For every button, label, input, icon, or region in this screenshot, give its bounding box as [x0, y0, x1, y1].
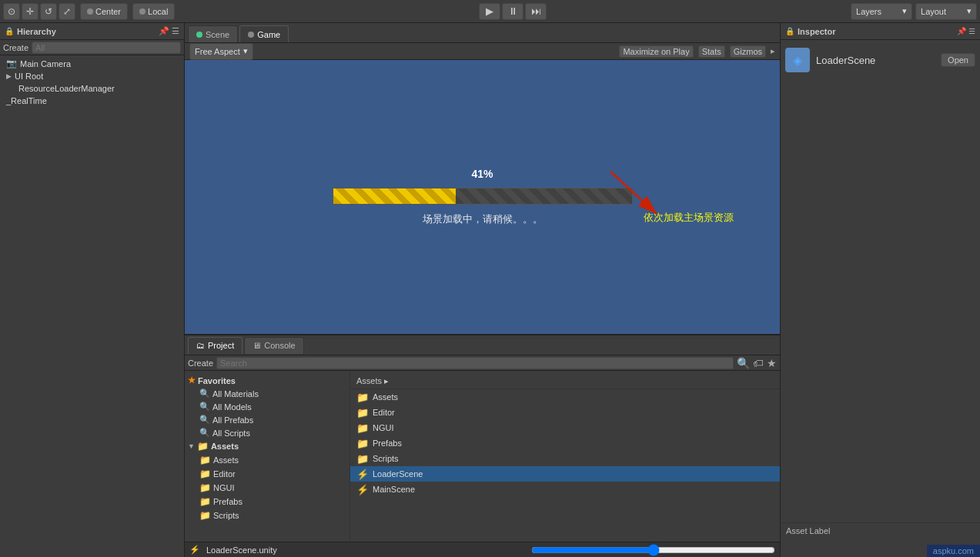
bottom-search-input[interactable] [216, 357, 734, 369]
pause-button[interactable]: ⏸ [502, 3, 523, 20]
zoom-slider[interactable] [531, 545, 775, 555]
hierarchy-item-resourceloader[interactable]: ResourceLoaderManager [0, 82, 184, 95]
progress-bar-fill [333, 188, 456, 204]
inspector-pin-icon[interactable]: 📌 [957, 27, 966, 35]
asset-item-editor[interactable]: 📁 Editor [350, 405, 780, 420]
game-tab-label: Game [257, 30, 280, 39]
all-scripts-label: All Scripts [212, 429, 250, 438]
scripts-folder-icon2: 📁 [356, 453, 369, 465]
maximize-btn[interactable]: Maximize on Play [619, 45, 693, 58]
bottom-create-btn[interactable]: Create [188, 359, 213, 368]
asset-item-mainscene[interactable]: ⚡ MainScene [350, 482, 780, 497]
mainscene-scene-icon: ⚡ [356, 484, 369, 495]
editor-label: Editor [213, 469, 236, 479]
layers-chevron-icon: ▾ [902, 6, 907, 16]
hierarchy-item-realtime[interactable]: _RealTime [0, 95, 184, 107]
free-aspect-label: Free Aspect [195, 47, 240, 56]
assets-tree-label: Assets [211, 442, 239, 451]
game-scene-toolbar: Free Aspect ▾ Maximize on Play Stats Giz… [185, 43, 780, 60]
hierarchy-menu-icon[interactable]: ☰ [172, 26, 179, 36]
favorites-header[interactable]: ★ Favorites [185, 374, 350, 387]
realtime-label: _RealTime [6, 96, 47, 105]
layers-dropdown[interactable]: Layers ▾ [851, 3, 912, 20]
tree-all-scripts[interactable]: 🔍 All Scripts [185, 426, 350, 439]
editor-folder-icon: 📁 [199, 469, 211, 479]
asset-ngui-label: NGUI [373, 423, 394, 432]
hand-tool-btn[interactable]: ✛ [22, 3, 38, 20]
tree-editor-folder[interactable]: 📁 Editor [185, 467, 350, 481]
all-models-label: All Models [212, 402, 252, 412]
move-tool-btn[interactable]: ↺ [40, 3, 57, 20]
layers-label: Layers [856, 7, 881, 16]
game-content: 41% 场景加载中，请稍候。。。 [333, 168, 633, 226]
tree-scripts-folder[interactable]: 📁 Scripts [185, 509, 350, 522]
scene-tab[interactable]: Scene [188, 25, 238, 42]
progress-percent: 41% [471, 168, 493, 180]
tree-prefabs-folder[interactable]: 📁 Prefabs [185, 495, 350, 509]
favorites-label: Favorites [198, 376, 236, 385]
unity-logo-btn[interactable]: ⊙ [3, 3, 20, 20]
game-tab[interactable]: Game [239, 25, 289, 42]
asset-item-assets[interactable]: 📁 Assets [350, 389, 780, 405]
console-tab-icon: 🖥 [253, 341, 261, 350]
layout-dropdown[interactable]: Layout ▾ [915, 3, 977, 20]
step-button[interactable]: ⏭ [525, 3, 547, 20]
tree-all-materials[interactable]: 🔍 All Materials [185, 387, 350, 400]
project-tab[interactable]: 🗂 Project [188, 337, 242, 354]
rotate-tool-btn[interactable]: ⤢ [59, 3, 75, 20]
inspector-header: 🔒 Inspector 📌 ☰ [781, 23, 980, 40]
asset-scripts-label: Scripts [373, 454, 399, 463]
inspector-scene-row: ◈ LoaderScene Open [785, 45, 975, 75]
bottom-icon-search: 🔍 [737, 357, 750, 369]
center-toggle[interactable]: Center [80, 3, 128, 20]
assets-tree-header[interactable]: ▼ 📁 Assets [185, 439, 350, 453]
open-scene-button[interactable]: Open [941, 53, 975, 67]
scene-game-tab-bar: Scene Game [185, 23, 780, 43]
prefabs-folder-icon: 📁 [199, 496, 211, 507]
local-toggle[interactable]: Local [132, 3, 175, 20]
free-aspect-dropdown[interactable]: Free Aspect ▾ [189, 43, 253, 60]
svg-line-1 [610, 172, 657, 214]
center-label: Center [95, 7, 121, 16]
console-tab[interactable]: 🖥 Console [244, 337, 303, 354]
scripts-folder-icon: 📁 [199, 510, 211, 521]
resourceloader-label: ResourceLoaderManager [18, 84, 115, 93]
hierarchy-create-btn[interactable]: Create [3, 43, 28, 52]
tree-assets-folder[interactable]: 📁 Assets [185, 453, 350, 467]
hierarchy-pin-icon[interactable]: 📌 [159, 26, 169, 36]
all-models-search-icon: 🔍 [199, 402, 210, 412]
hierarchy-panel: 🔒 Hierarchy 📌 ☰ Create 📷 Main Camera ▶ U… [0, 23, 185, 557]
play-button[interactable]: ▶ [479, 3, 500, 20]
tree-all-models[interactable]: 🔍 All Models [185, 400, 350, 413]
hierarchy-search-input[interactable] [32, 42, 181, 54]
all-scripts-search-icon: 🔍 [199, 428, 210, 438]
prefabs-folder-icon2: 📁 [356, 438, 369, 449]
play-controls: ▶ ⏸ ⏭ [479, 3, 547, 20]
scene-type-icon: ◈ [785, 48, 810, 72]
inspector-panel: 🔒 Inspector 📌 ☰ ◈ LoaderScene Open Asset… [780, 23, 980, 557]
inspector-menu-icon[interactable]: ☰ [968, 27, 975, 35]
asset-item-loaderscene[interactable]: ⚡ LoaderScene [350, 466, 780, 482]
hierarchy-item-uiroot[interactable]: ▶ UI Root [0, 70, 184, 82]
asset-item-prefabs[interactable]: 📁 Prefabs [350, 435, 780, 451]
asset-item-scripts[interactable]: 📁 Scripts [350, 451, 780, 466]
gizmos-btn[interactable]: Gizmos [730, 45, 766, 58]
maincamera-label: Main Camera [20, 59, 71, 68]
hierarchy-item-maincamera[interactable]: 📷 Main Camera [0, 57, 184, 70]
game-view: 41% 场景加载中，请稍候。。。 依次加载主场景资源 [185, 60, 780, 334]
favorites-star-icon: ★ [188, 375, 196, 385]
bottom-bar-icons: 🔍 🏷 ★ [737, 357, 777, 369]
stats-btn[interactable]: Stats [698, 45, 725, 58]
center-area: Scene Game Free Aspect ▾ Maximize on Pla… [185, 23, 780, 557]
game-toolbar-end-icon: ▸ [771, 46, 775, 56]
loading-text: 场景加载中，请稍候。。。 [423, 212, 543, 226]
asset-item-ngui[interactable]: 📁 NGUI [350, 420, 780, 435]
toolbar: ⊙ ✛ ↺ ⤢ Center Local ▶ ⏸ ⏭ Layers ▾ Layo… [0, 0, 980, 23]
assets-folder-icon2: 📁 [356, 392, 369, 403]
right-assets-panel: Assets ▸ 📁 Assets 📁 Editor 📁 NGUI [350, 371, 780, 542]
tree-ngui-folder[interactable]: 📁 NGUI [185, 481, 350, 495]
layers-layout: Layers ▾ Layout ▾ [851, 3, 977, 20]
tree-all-prefabs[interactable]: 🔍 All Prefabs [185, 413, 350, 426]
local-label: Local [148, 7, 168, 16]
loaderscene-scene-icon: ⚡ [356, 469, 369, 480]
